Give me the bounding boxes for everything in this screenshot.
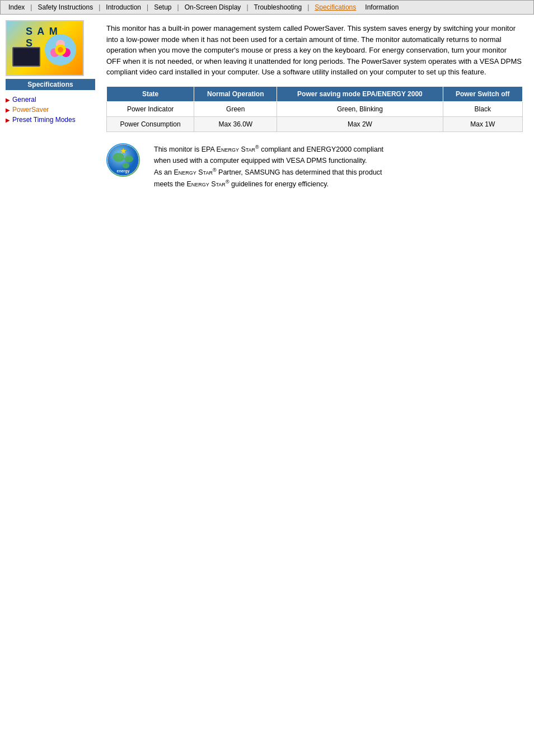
arrow-icon-powersaver: ▶ (6, 107, 10, 113)
energy-star-label-3: Energy Star (186, 180, 226, 188)
table-cell-consumption-label: Power Consumption (107, 116, 194, 132)
nav-osd[interactable]: On-Screen Display (180, 2, 246, 12)
sidebar-nav-general-label: General (12, 96, 36, 104)
table-header-state: State (107, 86, 194, 101)
svg-point-9 (123, 163, 129, 168)
table-cell-consumption-off: Max 1W (443, 116, 522, 132)
table-header-off: Power Switch off (443, 86, 522, 101)
registered-mark-1: ® (255, 144, 259, 150)
nav-sep-2: | (97, 3, 101, 11)
energy-line-4: meets the Energy Star® guidelines for en… (154, 178, 383, 190)
table-cell-indicator-normal: Green (194, 101, 277, 116)
svg-text:★: ★ (120, 147, 127, 155)
energy-line-2: when used with a computer equipped with … (154, 155, 383, 166)
sidebar-nav-powersaver-label: PowerSaver (12, 106, 49, 114)
nav-sep-3: | (146, 3, 149, 11)
table-header-normal: Normal Operation (194, 86, 277, 101)
nav-sep-6: | (306, 3, 310, 11)
sidebar-nav-general[interactable]: ▶ General (6, 95, 95, 105)
table-cell-consumption-saving: Max 2W (277, 116, 443, 132)
energy-star-section: ★ energy This monitor is EPA Energy Star… (106, 143, 523, 190)
nav-sep-1: | (29, 3, 33, 11)
nav-sep-4: | (176, 3, 180, 11)
energy-line-1: This monitor is EPA Energy Star® complia… (154, 143, 383, 155)
nav-troubleshooting[interactable]: Troubleshooting (250, 2, 307, 12)
table-row: Power Consumption Max 36.0W Max 2W Max 1… (107, 116, 523, 132)
table-cell-indicator-label: Power Indicator (107, 101, 194, 116)
arrow-icon-preset: ▶ (6, 117, 10, 123)
svg-text:energy: energy (117, 169, 130, 173)
energy-line-3: As an Energy Star® Partner, SAMSUNG has … (154, 166, 383, 178)
nav-information[interactable]: Information (360, 2, 403, 12)
content-description: This monitor has a built-in power manage… (106, 23, 523, 78)
table-header-saving: Power saving mode EPA/ENERGY 2000 (277, 86, 443, 101)
registered-mark-3: ® (226, 179, 229, 185)
nav-setup[interactable]: Setup (149, 2, 176, 12)
energy-star-label-2: Energy Star (174, 168, 213, 176)
sidebar-logo: S A M S (6, 20, 84, 76)
svg-point-8 (124, 156, 133, 162)
main-container: S A M S Specifications ▶ General ▶ Power… (0, 15, 534, 198)
sidebar-nav-preset[interactable]: ▶ Preset Timing Modes (6, 115, 95, 125)
nav-safety[interactable]: Safety Instructions (33, 2, 97, 12)
nav-specifications[interactable]: Specifications (310, 2, 360, 12)
sidebar: S A M S Specifications ▶ General ▶ Power… (6, 20, 95, 192)
nav-index[interactable]: Index (4, 2, 29, 12)
table-cell-consumption-normal: Max 36.0W (194, 116, 277, 132)
table-cell-indicator-off: Black (443, 101, 522, 116)
registered-mark-2: ® (213, 167, 217, 173)
energy-star-logo: ★ energy (106, 143, 146, 182)
nav-introduction[interactable]: Introduction (101, 2, 146, 12)
sidebar-section-label: Specifications (6, 79, 95, 90)
sidebar-logo-image (44, 33, 77, 67)
energy-star-text: This monitor is EPA Energy Star® complia… (154, 143, 383, 190)
sidebar-logo-monitor (12, 47, 40, 67)
content-area: This monitor has a built-in power manage… (101, 20, 528, 192)
table-cell-indicator-saving: Green, Blinking (277, 101, 443, 116)
nav-sep-5: | (245, 3, 249, 11)
table-row: Power Indicator Green Green, Blinking Bl… (107, 101, 523, 116)
sidebar-nav-preset-label: Preset Timing Modes (12, 116, 76, 124)
energy-globe-svg: ★ energy (106, 143, 140, 177)
nav-bar: Index | Safety Instructions | Introducti… (0, 0, 534, 15)
energy-star-label-1: Energy Star (217, 145, 256, 153)
energy-globe-icon: ★ energy (106, 143, 140, 177)
arrow-icon-general: ▶ (6, 97, 10, 103)
power-table: State Normal Operation Power saving mode… (106, 86, 523, 132)
sidebar-nav-powersaver[interactable]: ▶ PowerSaver (6, 105, 95, 115)
svg-point-5 (58, 47, 63, 53)
